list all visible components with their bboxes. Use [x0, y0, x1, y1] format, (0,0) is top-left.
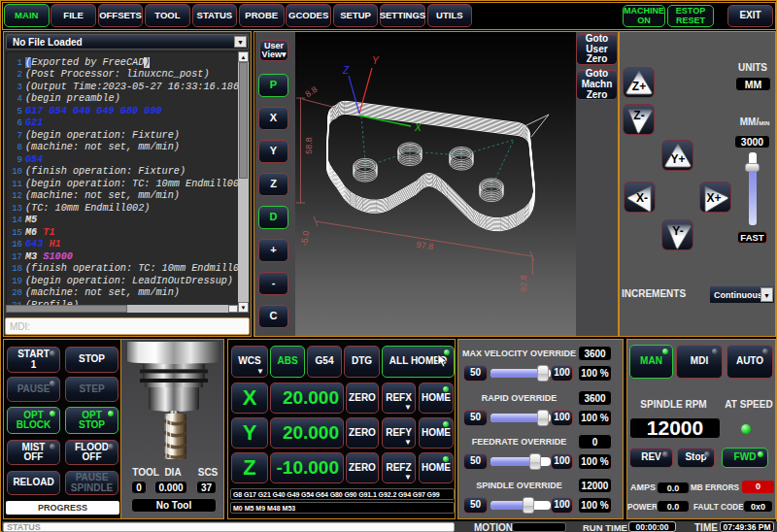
svg-text:Z+: Z+ [632, 80, 646, 93]
svg-text:Z-: Z- [633, 109, 644, 122]
svg-text:Z: Z [342, 65, 350, 76]
svg-text:8.8: 8.8 [303, 84, 319, 99]
svg-text:97.8: 97.8 [416, 240, 434, 252]
svg-text:X-: X- [636, 191, 648, 205]
svg-text:-5.0: -5.0 [299, 230, 312, 247]
svg-text:Y: Y [372, 55, 380, 66]
svg-text:Y+: Y+ [670, 152, 685, 166]
svg-text:X: X [414, 122, 422, 133]
svg-text:X+: X+ [706, 191, 721, 205]
svg-text:92.8: 92.8 [519, 275, 528, 292]
svg-text:58.8: 58.8 [304, 137, 314, 154]
svg-text:Y-: Y- [672, 224, 683, 238]
